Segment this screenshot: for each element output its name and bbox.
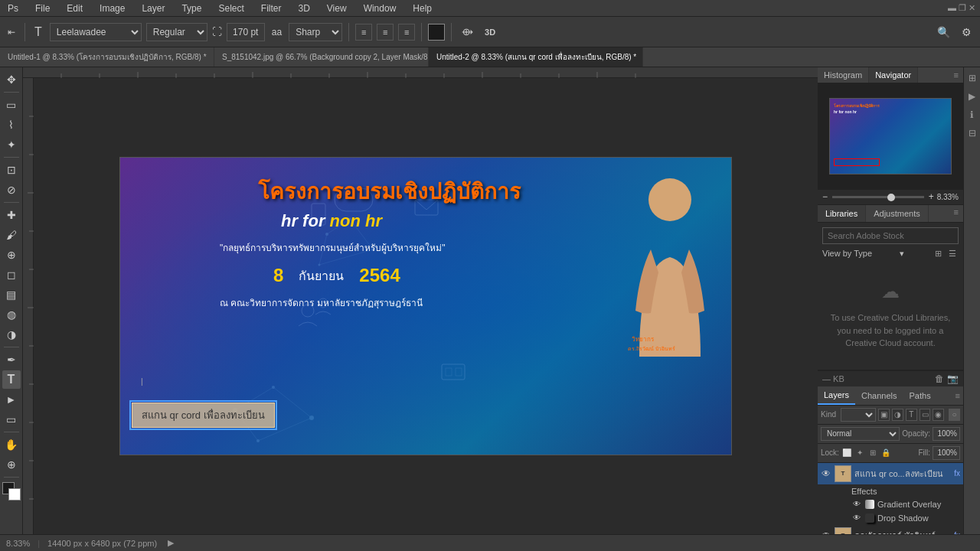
text-color-swatch[interactable] [428,24,445,41]
arrange-icon[interactable]: ⊟ [965,126,980,141]
blur-tool[interactable]: ◍ [2,305,21,324]
grid-view-icon[interactable]: ⊞ [932,247,944,259]
move-tool[interactable]: ✥ [2,70,21,89]
brush-tool[interactable]: 🖌 [2,226,21,244]
zoom-out-btn[interactable]: − [822,191,828,202]
zoom-slider[interactable] [832,196,924,198]
zoom-in-btn[interactable]: + [929,191,934,202]
fill-input[interactable] [933,446,960,460]
font-size-input[interactable] [227,23,265,41]
dodge-tool[interactable]: ◑ [2,325,21,344]
lock-artboard-icon[interactable]: ⊞ [867,448,878,458]
align-center-btn[interactable]: ≡ [377,24,394,41]
3d-btn[interactable]: 3D [481,23,499,41]
scroll-indicator[interactable]: ▶ [168,538,174,548]
menu-3d[interactable]: 3D [295,2,312,15]
anti-alias-select[interactable]: Sharp [289,23,342,41]
font-family-select[interactable]: Leelawadee [50,23,142,41]
delete-layer-icon[interactable]: 🗑 [935,373,944,384]
align-left-btn[interactable]: ≡ [355,24,372,41]
font-style-select[interactable]: Regular [146,23,207,41]
lock-move-icon[interactable]: ✦ [854,448,865,458]
opacity-input[interactable] [933,427,960,441]
layer-1-visibility[interactable]: 👁 [821,468,831,479]
adjust-filter-icon[interactable]: ◑ [892,409,903,421]
layer-1-gradient-overlay[interactable]: 👁 Gradient Overlay [848,497,963,511]
menu-image[interactable]: Image [96,2,128,15]
move-tool-btn[interactable]: ⇤ [5,25,18,39]
shape-filter-icon[interactable]: ▭ [920,409,931,421]
layer-item-2[interactable]: 👁 T คณรัฐภาทรถ์ บัวอินทร์ fx [818,525,963,535]
layer-2-fx[interactable]: fx [954,531,960,534]
lock-pixels-icon[interactable]: ⬜ [841,448,852,458]
histogram-tab[interactable]: Histogram [818,67,869,83]
menu-window[interactable]: Window [361,2,400,15]
path-select-tool[interactable]: ► [2,390,21,409]
gradient-overlay-eye[interactable]: 👁 [851,499,862,510]
layer-1-drop-shadow[interactable]: 👁 Drop Shadow [848,511,963,525]
layers-tab[interactable]: Layers [818,386,855,405]
layer-1-fx[interactable]: fx [954,469,960,478]
healing-tool[interactable]: ✚ [2,206,21,224]
filter-toggle[interactable]: ○ [949,409,960,421]
panels-icon[interactable]: ⊞ [965,70,980,86]
shape-tool[interactable]: ▭ [2,410,21,429]
align-right-btn[interactable]: ≡ [398,24,415,41]
pen-tool[interactable]: ✒ [2,350,21,369]
menu-filter[interactable]: Filter [258,2,285,15]
tab-1[interactable]: Untitled-1 @ 8.33% (โครงการอบรมเชิงปฏิบั… [0,47,214,67]
canvas-document[interactable]: โครงการอบรมเชิงปฏิบัติการ hr for non hr … [119,157,732,455]
kind-select[interactable] [841,408,876,422]
menu-file[interactable]: File [32,2,53,15]
blend-mode-select[interactable]: Normal [821,427,900,441]
magic-wand-tool[interactable]: ✦ [2,135,21,154]
info-icon[interactable]: ℹ [965,107,980,122]
lasso-tool[interactable]: ⌇ [2,116,21,134]
menu-view[interactable]: View [324,2,350,15]
panel-menu-btn[interactable]: ≡ [949,205,963,222]
layers-menu-btn[interactable]: ≡ [952,388,963,403]
layer-2-visibility[interactable]: 👁 [821,530,831,535]
menu-layer[interactable]: Layer [139,2,168,15]
libraries-search-input[interactable] [822,227,959,244]
clone-tool[interactable]: ⊕ [2,246,21,264]
chevron-down-icon[interactable]: ▾ [900,249,904,259]
type-tool[interactable]: T [2,370,21,389]
search-icon-btn[interactable]: 🔍 [934,23,952,41]
menu-select[interactable]: Select [215,2,247,15]
pixel-filter-icon[interactable]: ▣ [878,409,890,421]
lock-all-icon[interactable]: 🔒 [880,448,891,458]
eraser-tool[interactable]: ◻ [2,266,21,284]
navigator-menu[interactable]: ≡ [949,67,963,83]
channels-tab[interactable]: Channels [855,387,903,404]
gear-icon-btn[interactable]: ⚙ [957,23,975,41]
tab-3[interactable]: Untitled-2 @ 8.33% (สแกน qr cord เพื่อลง… [429,47,643,67]
eyedropper-tool[interactable]: ⊘ [2,181,21,199]
canvas-qr-text-box[interactable]: สแกน qr cord เพื่อลงทะเบียน [132,403,275,428]
list-view-icon[interactable]: ☰ [946,247,959,259]
menu-edit[interactable]: Edit [64,2,86,15]
hand-tool[interactable]: ✋ [2,435,21,454]
drop-shadow-eye[interactable]: 👁 [851,513,862,523]
zoom-tool[interactable]: ⊕ [2,455,21,474]
background-color[interactable] [8,488,21,500]
camera-icon[interactable]: 📷 [947,373,959,384]
warp-text-btn[interactable]: ⟴ [458,23,476,41]
crop-tool[interactable]: ⊡ [2,161,21,179]
adjustments-tab[interactable]: Adjustments [866,205,929,222]
play-icon[interactable]: ▶ [965,89,980,104]
canvas-area[interactable]: โครงการอบรมเชิงปฏิบัติการ hr for non hr … [23,67,818,534]
paths-tab[interactable]: Paths [903,387,937,404]
gradient-tool[interactable]: ▤ [2,285,21,304]
tab-2[interactable]: S_8151042.jpg @ 66.7% (Background copy 2… [214,47,429,67]
smart-filter-icon[interactable]: ◉ [933,409,944,421]
layer-item-1[interactable]: 👁 T สแกน qr co...ลงทะเบียน fx [818,463,963,485]
menu-help[interactable]: Help [410,2,435,15]
menu-type[interactable]: Type [178,2,204,15]
fg-bg-colors[interactable] [2,482,21,500]
rect-select-tool[interactable]: ▭ [2,96,21,114]
menu-ps[interactable]: Ps [5,2,21,15]
libraries-tab[interactable]: Libraries [818,205,866,222]
navigator-tab[interactable]: Navigator [869,67,918,83]
type-filter-icon[interactable]: T [906,409,917,421]
